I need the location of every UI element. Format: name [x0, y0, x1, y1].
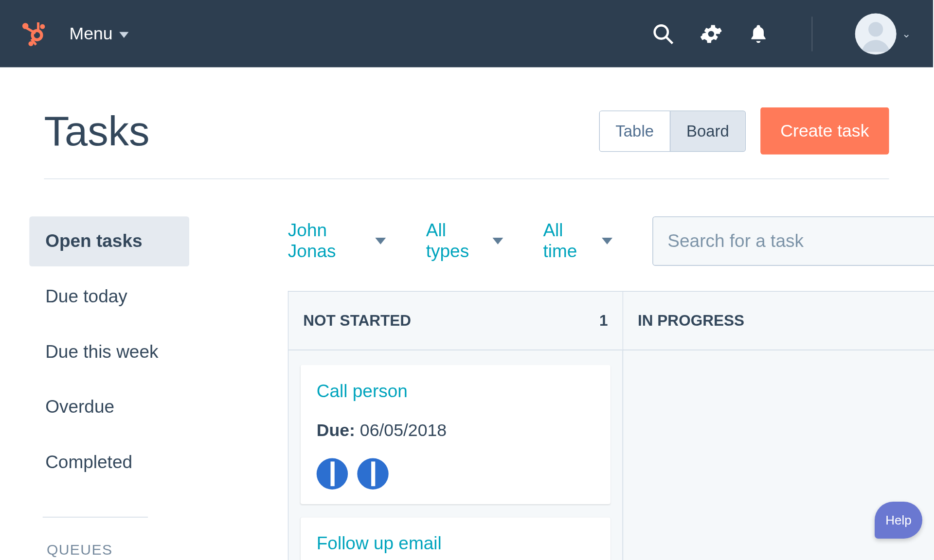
- column-header: NOT STARTED 1: [288, 292, 622, 350]
- filters-row: John Jonas All types All time: [288, 216, 934, 265]
- filter-owner-label: John Jonas: [288, 220, 366, 262]
- filter-time-label: All time: [543, 220, 592, 262]
- contact-avatar-icon[interactable]: [317, 458, 348, 490]
- page-title: Tasks: [44, 107, 149, 155]
- menu-dropdown[interactable]: Menu: [69, 23, 128, 44]
- sidebar-item-open-tasks[interactable]: Open tasks: [29, 216, 189, 266]
- task-card[interactable]: Follow up email Due: Tomorrow: [301, 517, 611, 560]
- hubspot-logo-icon: [18, 19, 48, 48]
- divider: [44, 178, 889, 179]
- filter-owner-dropdown[interactable]: John Jonas: [288, 220, 386, 262]
- menu-label: Menu: [69, 23, 112, 44]
- filter-type-dropdown[interactable]: All types: [426, 220, 503, 262]
- sidebar-item-due-this-week[interactable]: Due this week: [29, 327, 189, 377]
- svg-point-12: [868, 22, 883, 36]
- view-toggle: Table Board: [599, 110, 746, 152]
- task-title: Call person: [317, 381, 594, 402]
- svg-line-9: [666, 36, 672, 43]
- search-input[interactable]: [667, 231, 934, 251]
- notifications-bell-icon[interactable]: [748, 23, 769, 44]
- chevron-down-icon: ⌄: [902, 27, 911, 40]
- contact-avatar-icon[interactable]: [357, 458, 388, 490]
- settings-gear-icon[interactable]: [700, 22, 723, 45]
- kanban-board: NOT STARTED 1 Call person Due: 06/05/201…: [288, 291, 934, 560]
- column-not-started: NOT STARTED 1 Call person Due: 06/05/201…: [288, 292, 623, 560]
- search-icon[interactable]: [652, 22, 675, 45]
- svg-point-10: [708, 31, 714, 36]
- create-task-button[interactable]: Create task: [760, 107, 889, 155]
- task-due: Due: 06/05/2018: [317, 420, 594, 440]
- search-task-box[interactable]: [652, 216, 934, 265]
- main-content: John Jonas All types All time: [288, 216, 934, 560]
- due-value: 06/05/2018: [360, 420, 447, 440]
- due-label: Due:: [317, 420, 355, 440]
- task-card[interactable]: Call person Due: 06/05/2018: [301, 365, 611, 504]
- help-widget-button[interactable]: Help: [875, 502, 922, 539]
- svg-point-1: [40, 24, 45, 29]
- top-nav: Menu ⌄: [0, 0, 933, 67]
- sidebar: Open tasks Due today Due this week Overd…: [0, 216, 288, 560]
- sidebar-item-due-today[interactable]: Due today: [29, 272, 189, 322]
- user-avatar-icon: [855, 13, 897, 54]
- chevron-down-icon: [492, 238, 503, 245]
- sidebar-item-completed[interactable]: Completed: [29, 438, 189, 488]
- column-title: NOT STARTED: [303, 312, 411, 330]
- chevron-down-icon: [602, 238, 612, 245]
- page-header: Tasks Table Board Create task: [44, 107, 889, 155]
- content-body: Open tasks Due today Due this week Overd…: [0, 216, 933, 560]
- column-count: 1: [599, 312, 608, 330]
- chevron-down-icon: [119, 32, 128, 38]
- column-body: Call person Due: 06/05/2018 Follow up em…: [288, 350, 622, 560]
- filter-time-dropdown[interactable]: All time: [543, 220, 612, 262]
- chevron-down-icon: [376, 238, 386, 245]
- task-title: Follow up email: [317, 533, 594, 554]
- column-body: [623, 350, 934, 380]
- column-header: IN PROGRESS 0: [623, 292, 934, 350]
- view-toggle-table[interactable]: Table: [599, 111, 669, 151]
- account-avatar-menu[interactable]: ⌄: [855, 13, 911, 54]
- divider: [43, 517, 148, 517]
- queues-heading: QUEUES: [47, 542, 288, 559]
- svg-rect-6: [37, 22, 39, 31]
- sidebar-item-overdue[interactable]: Overdue: [29, 382, 189, 432]
- task-related-icons: [317, 458, 594, 490]
- filter-type-label: All types: [426, 220, 483, 262]
- view-toggle-board[interactable]: Board: [670, 111, 745, 151]
- column-title: IN PROGRESS: [638, 312, 744, 330]
- help-label: Help: [885, 513, 911, 528]
- svg-point-8: [655, 25, 668, 38]
- separator: [812, 17, 812, 51]
